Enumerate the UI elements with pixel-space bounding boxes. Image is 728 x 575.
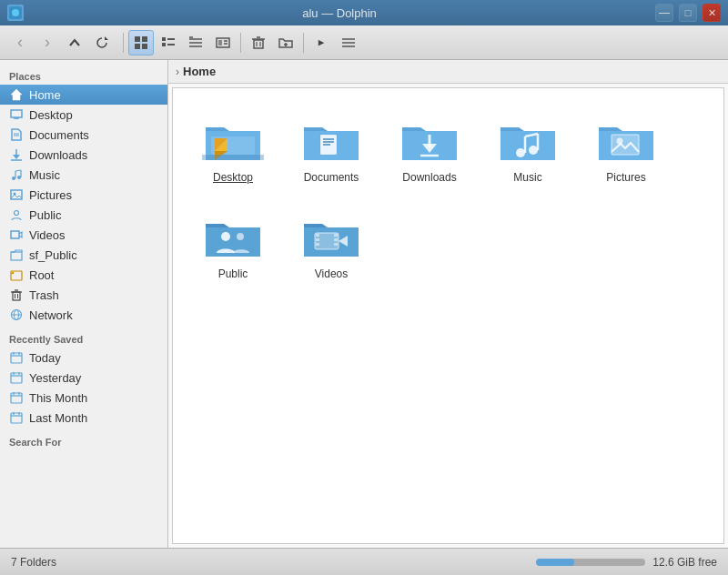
sidebar-item-root[interactable]: Root: [0, 265, 167, 285]
svg-rect-96: [316, 234, 319, 237]
svg-rect-100: [334, 238, 338, 241]
last-month-icon: [9, 410, 24, 425]
forward-button[interactable]: ›: [35, 30, 60, 55]
menu-button[interactable]: [336, 30, 361, 55]
statusbar: 7 Folders 12.6 GiB free: [0, 548, 728, 575]
videos-folder-icon: [300, 207, 362, 262]
view-preview-button[interactable]: [210, 30, 236, 55]
sidebar-item-network[interactable]: Network: [0, 305, 167, 325]
sidebar-item-videos[interactable]: Videos: [0, 225, 167, 245]
folder-public[interactable]: Public: [187, 199, 278, 288]
svg-point-45: [15, 211, 19, 216]
svg-rect-5: [135, 44, 140, 49]
svg-rect-47: [11, 252, 22, 260]
svg-rect-19: [254, 40, 263, 48]
new-folder-button[interactable]: [273, 30, 298, 55]
sidebar-item-music[interactable]: Music: [0, 165, 167, 185]
folder-pictures[interactable]: Pictures: [581, 103, 672, 192]
app-icon: [7, 5, 24, 21]
separator-3: [303, 33, 304, 53]
svg-rect-101: [334, 243, 338, 246]
view-list-button[interactable]: [156, 30, 181, 55]
sidebar-item-root-label: Root: [29, 268, 54, 282]
sidebar-item-public-label: Public: [29, 208, 61, 222]
svg-rect-9: [162, 43, 166, 46]
sidebar-item-this-month-label: This Month: [29, 391, 87, 405]
sidebar-item-sfpublic-label: sf_Public: [29, 248, 77, 262]
window-title: alu — Dolphin: [24, 6, 655, 20]
sidebar-item-downloads[interactable]: Downloads: [0, 145, 167, 165]
sfpublic-icon: [9, 247, 24, 262]
storage-progress: [56, 559, 645, 566]
music-icon: [9, 167, 24, 182]
svg-rect-3: [135, 36, 140, 42]
sidebar-item-downloads-label: Downloads: [29, 148, 87, 162]
view-icons-button[interactable]: [128, 30, 154, 55]
network-icon: [9, 308, 24, 322]
svg-rect-16: [218, 40, 222, 45]
sidebar-item-trash[interactable]: Trash: [0, 285, 167, 305]
breadcrumb-arrow: ›: [176, 66, 179, 78]
sidebar-item-network-label: Network: [29, 308, 73, 322]
yesterday-icon: [9, 370, 24, 385]
back-button[interactable]: ‹: [7, 30, 33, 55]
svg-marker-2: [105, 36, 108, 40]
sidebar-item-documents[interactable]: Documents: [0, 125, 167, 145]
svg-rect-46: [11, 231, 19, 238]
view-compact-button[interactable]: [183, 30, 208, 55]
sidebar-item-desktop[interactable]: Desktop: [0, 105, 167, 125]
close-button[interactable]: ✕: [703, 4, 721, 22]
downloads-folder-icon: [399, 111, 460, 166]
desktop-icon: [9, 107, 24, 122]
folder-videos[interactable]: Videos: [286, 199, 377, 288]
svg-rect-69: [11, 413, 22, 423]
sidebar-item-yesterday[interactable]: Yesterday: [0, 368, 167, 388]
svg-rect-49: [13, 292, 20, 300]
folder-music[interactable]: Music: [482, 103, 573, 192]
recently-saved-header: Recently Saved: [0, 328, 167, 348]
progress-bar-background: [536, 559, 645, 566]
sidebar: Places Home Desktop Documents: [0, 60, 168, 548]
reload-button[interactable]: [89, 30, 115, 55]
delete-button[interactable]: [246, 30, 271, 55]
svg-rect-98: [316, 243, 319, 246]
svg-rect-6: [142, 44, 147, 49]
downloads-folder-label: Downloads: [402, 171, 456, 184]
separator-2: [240, 33, 241, 53]
sidebar-item-sfpublic[interactable]: sf_Public: [0, 245, 167, 265]
minimize-button[interactable]: —: [655, 4, 673, 22]
sidebar-item-today[interactable]: Today: [0, 348, 167, 368]
videos-icon: [9, 227, 24, 242]
sidebar-item-desktop-label: Desktop: [29, 108, 73, 122]
sidebar-item-home[interactable]: Home: [0, 85, 167, 105]
maximize-button[interactable]: □: [679, 4, 697, 22]
nav-buttons: ‹ ›: [7, 30, 115, 55]
sidebar-item-videos-label: Videos: [29, 228, 66, 242]
trash-icon: [9, 288, 24, 302]
public-folder-icon: [202, 207, 264, 262]
sidebar-item-pictures[interactable]: Pictures: [0, 185, 167, 205]
sidebar-item-public[interactable]: Public: [0, 205, 167, 225]
sidebar-item-last-month[interactable]: Last Month: [0, 408, 167, 428]
folder-documents[interactable]: Documents: [286, 103, 377, 192]
breadcrumb-path: Home: [183, 65, 216, 78]
public-icon: [9, 207, 24, 222]
svg-marker-29: [11, 89, 22, 100]
documents-folder-icon: [300, 111, 362, 166]
svg-rect-30: [11, 110, 22, 117]
folder-desktop[interactable]: Desktop: [187, 103, 278, 192]
sidebar-item-today-label: Today: [29, 351, 61, 365]
sidebar-item-this-month[interactable]: This Month: [0, 388, 167, 408]
svg-rect-90: [612, 135, 639, 155]
svg-rect-61: [11, 373, 22, 383]
folder-downloads[interactable]: Downloads: [384, 103, 475, 192]
terminal-button[interactable]: ▶: [308, 30, 334, 55]
svg-rect-7: [162, 37, 166, 41]
documents-icon: [9, 127, 24, 142]
up-button[interactable]: [62, 30, 87, 55]
sidebar-item-music-label: Music: [29, 168, 60, 182]
music-folder-icon: [497, 111, 559, 166]
sidebar-item-home-label: Home: [29, 88, 61, 102]
svg-point-92: [221, 232, 230, 241]
separator-1: [123, 33, 124, 53]
